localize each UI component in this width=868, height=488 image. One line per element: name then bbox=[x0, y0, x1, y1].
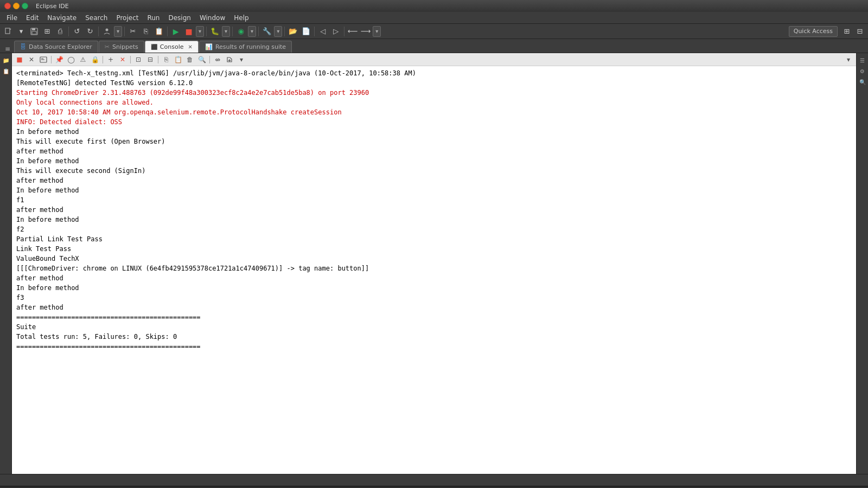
forward-button[interactable]: ⟶ bbox=[360, 25, 372, 37]
console-line: f2 bbox=[16, 224, 852, 234]
console-line: after method bbox=[16, 176, 852, 185]
save-all-button[interactable]: ⊞ bbox=[41, 25, 53, 37]
new-button[interactable] bbox=[2, 25, 14, 37]
toolbar-sep-6 bbox=[232, 27, 233, 36]
tab-label: Data Source Explorer bbox=[29, 43, 92, 50]
export-dropdown[interactable]: ▾ bbox=[236, 55, 247, 65]
console-line: after method bbox=[16, 205, 852, 215]
clear-button[interactable]: 🗑 bbox=[184, 55, 195, 65]
menu-window[interactable]: Window bbox=[195, 13, 229, 23]
profile-button[interactable] bbox=[101, 25, 113, 37]
cut-button[interactable]: ✂ bbox=[127, 25, 139, 37]
export-button[interactable] bbox=[224, 55, 235, 65]
minimize-console-button[interactable]: ⊟ bbox=[145, 55, 156, 65]
open-type-button[interactable]: 📂 bbox=[287, 25, 299, 37]
con-sep-4 bbox=[158, 56, 158, 63]
tab-data-source-explorer[interactable]: 🗄 Data Source Explorer bbox=[14, 41, 98, 53]
scroll-lock-button[interactable]: 🔒 bbox=[90, 55, 100, 65]
back-button[interactable]: ⟵ bbox=[347, 25, 359, 37]
tab-console[interactable]: ⬛ Console ✕ bbox=[145, 41, 199, 53]
taskbar: 🐧 ⚡ ▶ W bbox=[0, 486, 868, 488]
console-line: Oct 10, 2017 10:58:40 AM org.openqa.sele… bbox=[16, 107, 852, 117]
console-panel: ■ ✕ 📌 ◯ ⚠ 🔒 + ✕ ⊡ ⊟ ⎘ 📋 🗑 🔍 ⇎ bbox=[12, 53, 856, 474]
profile-dropdown[interactable]: ▾ bbox=[114, 26, 122, 37]
tab-close-icon[interactable]: ✕ bbox=[188, 44, 193, 50]
external-tools-button[interactable]: 🔧 bbox=[261, 25, 273, 37]
sidebar-explorer-btn[interactable]: 📁 bbox=[1, 55, 11, 65]
con-sep-2 bbox=[103, 56, 103, 63]
sidebar-toggle[interactable]: ≡ bbox=[2, 45, 13, 53]
coverage-dropdown[interactable]: ▾ bbox=[248, 26, 256, 37]
menu-run[interactable]: Run bbox=[143, 13, 164, 23]
stop-button[interactable]: ■ bbox=[183, 25, 195, 37]
toolbar-sep-8 bbox=[284, 27, 285, 36]
find-button[interactable]: 🔍 bbox=[196, 55, 207, 65]
print-button[interactable]: ⎙ bbox=[54, 25, 66, 37]
maximize-console-button[interactable]: ⊡ bbox=[133, 55, 144, 65]
tab-snippets[interactable]: ✂ Snippets bbox=[99, 41, 144, 53]
console-line: [RemoteTestNG] detected TestNG version 6… bbox=[16, 78, 852, 88]
prev-annotation-button[interactable]: ◁ bbox=[317, 25, 329, 37]
menu-file[interactable]: File bbox=[2, 13, 22, 23]
right-sidebar: ☰ ⚙ 🔍 bbox=[856, 53, 868, 474]
run-button[interactable]: ▶ bbox=[170, 25, 182, 37]
undo-button[interactable]: ↺ bbox=[71, 25, 83, 37]
external-tools-dropdown[interactable]: ▾ bbox=[274, 26, 282, 37]
console-output: <terminated> Tech-x_testng.xml [TestNG] … bbox=[12, 66, 856, 474]
open-console-button[interactable] bbox=[38, 55, 49, 65]
open-resource-button[interactable]: 📄 bbox=[300, 25, 312, 37]
console-line: after method bbox=[16, 303, 852, 312]
word-wrap-button[interactable]: ⇎ bbox=[212, 55, 223, 65]
menu-project[interactable]: Project bbox=[112, 13, 143, 23]
debug-button[interactable]: 🐛 bbox=[209, 25, 221, 37]
menu-search[interactable]: Search bbox=[81, 13, 112, 23]
console-line: In before method bbox=[16, 215, 852, 224]
pin-console-button[interactable]: 📌 bbox=[54, 55, 65, 65]
menu-navigate[interactable]: Navigate bbox=[43, 13, 81, 23]
console-line: Total tests run: 5, Failures: 0, Skips: … bbox=[16, 332, 852, 342]
remove-all-terminated-button[interactable]: ✕ bbox=[26, 55, 37, 65]
right-sidebar-btn-2[interactable]: ⚙ bbox=[858, 66, 867, 76]
redo-button[interactable]: ↻ bbox=[84, 25, 96, 37]
save-button[interactable] bbox=[28, 25, 40, 37]
copy-output-button[interactable]: ⎘ bbox=[161, 55, 171, 65]
console-toolbar: ■ ✕ 📌 ◯ ⚠ 🔒 + ✕ ⊡ ⊟ ⎘ 📋 🗑 🔍 ⇎ bbox=[12, 53, 856, 66]
nav-dropdown[interactable]: ▾ bbox=[373, 26, 381, 37]
sidebar-outline-btn[interactable]: 📋 bbox=[1, 66, 11, 76]
debug-dropdown[interactable]: ▾ bbox=[222, 26, 230, 37]
terminate-button[interactable]: ■ bbox=[14, 55, 25, 65]
paste-button[interactable]: 📋 bbox=[153, 25, 165, 37]
quick-access-button[interactable]: Quick Access bbox=[789, 26, 838, 37]
menu-design[interactable]: Design bbox=[164, 13, 195, 23]
console-line: In before method bbox=[16, 185, 852, 195]
coverage-button[interactable]: ◉ bbox=[235, 25, 247, 37]
window-controls[interactable] bbox=[4, 3, 28, 9]
new-console-button[interactable]: + bbox=[105, 55, 116, 65]
show-system-err-button[interactable]: ⚠ bbox=[78, 55, 88, 65]
next-annotation-button[interactable]: ▷ bbox=[330, 25, 342, 37]
console-line: ValueBound TechX bbox=[16, 254, 852, 264]
perspective-button[interactable]: ⊟ bbox=[854, 25, 866, 37]
main-area: 📁 📋 ■ ✕ 📌 ◯ ⚠ 🔒 + ✕ ⊡ ⊟ ⎘ 📋 🗑 🔍 bbox=[0, 53, 868, 474]
con-sep-3 bbox=[130, 56, 131, 63]
new-dropdown[interactable]: ▾ bbox=[15, 25, 27, 37]
right-sidebar-btn-3[interactable]: 🔍 bbox=[858, 77, 867, 87]
paste-input-button[interactable]: 📋 bbox=[173, 55, 183, 65]
maximize-button[interactable] bbox=[22, 3, 28, 9]
tab-results[interactable]: 📊 Results of running suite bbox=[199, 41, 292, 53]
view-menu-button[interactable]: ▾ bbox=[843, 55, 854, 65]
close-page-button[interactable]: ✕ bbox=[117, 55, 128, 65]
svg-rect-0 bbox=[5, 28, 10, 34]
console-line: In before method bbox=[16, 156, 852, 166]
show-system-out-button[interactable]: ◯ bbox=[66, 55, 76, 65]
menu-edit[interactable]: Edit bbox=[22, 13, 43, 23]
console-line: This will execute second (SignIn) bbox=[16, 166, 852, 176]
close-button[interactable] bbox=[4, 3, 11, 9]
menu-help[interactable]: Help bbox=[229, 13, 253, 23]
open-perspective-button[interactable]: ⊞ bbox=[841, 25, 853, 37]
console-tab-icon: ⬛ bbox=[151, 44, 157, 50]
run-dropdown[interactable]: ▾ bbox=[196, 26, 204, 37]
copy-button[interactable]: ⎘ bbox=[140, 25, 152, 37]
right-sidebar-btn-1[interactable]: ☰ bbox=[858, 55, 867, 65]
minimize-button[interactable] bbox=[13, 3, 20, 9]
